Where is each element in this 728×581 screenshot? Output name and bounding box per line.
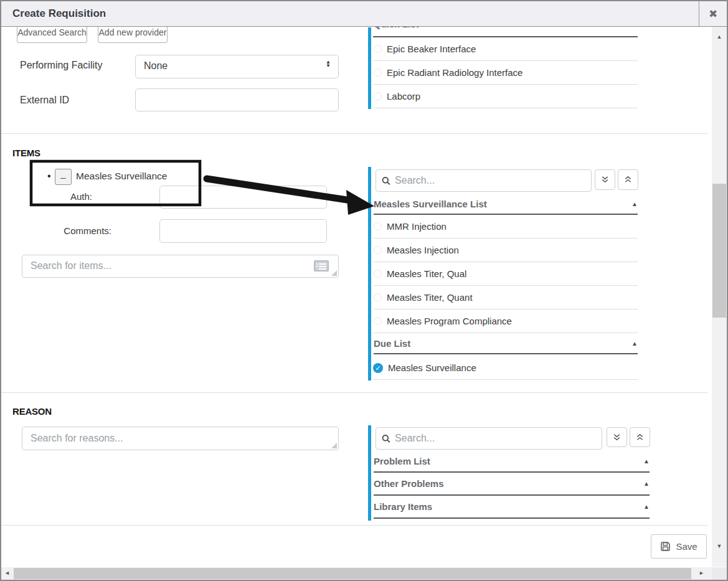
list-icon — [313, 260, 329, 272]
list-item[interactable]: Labcorp — [374, 85, 638, 108]
group-underline — [374, 494, 650, 496]
save-icon — [660, 541, 671, 552]
scroll-left-icon[interactable]: ◄ — [4, 570, 10, 576]
group-header-library-items[interactable]: Library Items ▲ — [374, 501, 650, 512]
list-item[interactable]: Measles Titer, Qual — [374, 262, 638, 286]
list-item[interactable]: Measles Injection — [374, 239, 638, 262]
list-item[interactable]: Measles Titer, Quant — [374, 286, 638, 309]
double-chevron-up-icon — [635, 433, 645, 442]
items-panel-search-input[interactable] — [395, 171, 591, 191]
collapse-triangle-icon: ▲ — [631, 201, 638, 207]
collapse-triangle-icon: ▲ — [631, 340, 638, 347]
items-panel-search-wrap — [376, 169, 592, 192]
comments-label: Comments: — [51, 225, 111, 236]
items-search-input[interactable] — [22, 255, 338, 277]
double-chevron-down-icon — [600, 175, 610, 184]
reason-panel-accent-bar — [368, 425, 371, 521]
scrollbar-corner — [712, 567, 727, 580]
double-chevron-up-icon — [623, 175, 633, 184]
unchecked-circle-icon — [374, 222, 382, 230]
collapse-triangle-icon: ▲ — [643, 480, 650, 487]
reason-search-input[interactable] — [22, 427, 338, 450]
close-icon: ✖ — [709, 8, 717, 20]
add-new-provider-button[interactable]: Add new provider — [98, 27, 168, 43]
resize-handle[interactable] — [331, 443, 337, 448]
unchecked-circle-icon — [374, 45, 382, 53]
performing-facility-label: Performing Facility — [20, 60, 102, 71]
auth-field-wrap — [159, 186, 327, 209]
dialog-title: Create Requisition — [12, 7, 106, 20]
section-divider — [1, 392, 707, 393]
save-button[interactable]: Save — [651, 534, 707, 559]
item-list-picker-button[interactable] — [311, 259, 332, 274]
scroll-up-icon[interactable]: ▲ — [712, 34, 727, 40]
vertical-scrollbar-thumb[interactable] — [712, 184, 726, 318]
advanced-search-button[interactable]: Advanced Search — [17, 27, 87, 43]
group-underline — [374, 471, 650, 473]
quick-list-header: Quick List — [374, 27, 419, 29]
footer-divider — [1, 525, 707, 526]
resize-handle[interactable] — [331, 270, 337, 276]
dialog-titlebar: Create Requisition ✖ — [1, 1, 727, 27]
items-section-header: ITEMS — [12, 148, 40, 158]
item-bullet: • — [47, 171, 51, 182]
list-item[interactable]: Epic Radiant Radiology Interface — [374, 61, 638, 85]
reason-section-header: REASON — [12, 406, 52, 417]
list-item[interactable]: MMR Injection — [374, 215, 638, 239]
unchecked-circle-icon — [374, 246, 382, 254]
create-requisition-dialog: Create Requisition ✖ Advanced Search Add… — [0, 0, 728, 581]
selected-item-name: Measles Surveillance — [76, 171, 167, 182]
collapse-triangle-icon: ▲ — [643, 458, 650, 465]
horizontal-scrollbar-thumb[interactable] — [14, 568, 691, 579]
unchecked-circle-icon — [374, 270, 382, 278]
collapse-all-button[interactable] — [630, 427, 650, 447]
external-id-input[interactable] — [136, 89, 338, 111]
list-item[interactable]: Measles Program Compliance — [374, 309, 638, 333]
unchecked-circle-icon — [374, 68, 382, 77]
list-item-selected[interactable]: ✓ Measles Surveillance — [373, 356, 638, 380]
external-id-label: External ID — [20, 95, 69, 106]
select-updown-icon: ▲▼ — [326, 60, 331, 68]
unchecked-circle-icon — [374, 293, 382, 301]
checked-circle-icon: ✓ — [373, 363, 383, 373]
search-icon — [382, 434, 390, 443]
expand-all-button[interactable] — [595, 169, 615, 190]
expand-all-button[interactable] — [607, 427, 627, 447]
auth-input[interactable] — [160, 186, 326, 208]
group-header-due-list[interactable]: Due List ▲ — [374, 338, 638, 349]
collapse-triangle-icon: ▲ — [643, 503, 650, 510]
comments-field-wrap — [159, 219, 327, 243]
external-id-field-wrap — [135, 88, 339, 111]
remove-item-button[interactable]: – — [55, 169, 72, 185]
group-underline — [374, 517, 650, 519]
dialog-content: Advanced Search Add new provider Perform… — [1, 27, 712, 567]
reason-search-wrap — [22, 427, 339, 450]
auth-label: Auth: — [39, 191, 92, 202]
performing-facility-value: None — [136, 55, 338, 72]
group-underline — [374, 353, 638, 354]
collapse-all-button[interactable] — [618, 169, 638, 190]
unchecked-circle-icon — [374, 317, 382, 325]
section-divider — [1, 133, 707, 134]
reason-panel-search-input[interactable] — [395, 428, 602, 448]
group-header-problem-list[interactable]: Problem List ▲ — [374, 456, 650, 466]
horizontal-scrollbar[interactable]: ◄ ► — [1, 567, 712, 580]
unchecked-circle-icon — [374, 92, 382, 100]
comments-input[interactable] — [160, 220, 326, 242]
close-button[interactable]: ✖ — [699, 1, 727, 27]
items-panel-accent-bar — [368, 167, 371, 380]
search-icon — [382, 176, 390, 186]
scroll-down-icon[interactable]: ▼ — [712, 544, 727, 549]
group-header-measles-surveillance-list[interactable]: Measles Surveillance List ▲ — [374, 199, 638, 209]
list-item[interactable]: Epic Beaker Interface — [374, 37, 638, 61]
performing-facility-select[interactable]: None ▲▼ — [135, 55, 339, 78]
double-chevron-down-icon — [612, 433, 622, 442]
group-header-other-problems[interactable]: Other Problems ▲ — [374, 478, 650, 489]
items-search-wrap — [22, 255, 339, 278]
reason-panel-search-wrap — [376, 427, 602, 450]
quick-list-accent-bar — [368, 27, 371, 109]
vertical-scrollbar[interactable]: ▲ ▼ — [712, 27, 727, 567]
scroll-right-icon[interactable]: ► — [699, 570, 704, 576]
